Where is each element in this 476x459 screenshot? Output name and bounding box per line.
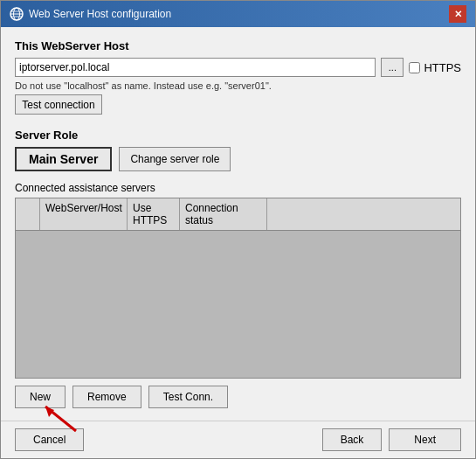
footer-right: Back Next bbox=[322, 428, 461, 451]
back-button[interactable]: Back bbox=[322, 428, 383, 451]
test-connection-button[interactable]: Test connection bbox=[15, 94, 102, 115]
host-input[interactable] bbox=[15, 58, 376, 77]
assistance-servers-table: WebServer/Host Use HTTPS Connection stat… bbox=[15, 198, 461, 379]
close-button[interactable]: ✕ bbox=[449, 5, 466, 23]
table-actions-container: New Remove Test Conn. bbox=[15, 379, 461, 408]
dialog-window: Web Server Host configuration ✕ This Web… bbox=[0, 0, 476, 459]
table-body bbox=[16, 231, 460, 353]
https-label: HTTPS bbox=[424, 61, 461, 74]
server-role-label: Server Role bbox=[15, 129, 461, 142]
footer-left: Cancel bbox=[15, 428, 84, 451]
server-role-section: Server Role Main Server Change server ro… bbox=[15, 129, 461, 171]
dialog-content: This WebServer Host ... HTTPS Do not use… bbox=[1, 27, 475, 421]
change-server-role-button[interactable]: Change server role bbox=[119, 147, 231, 171]
webserver-host-section: This WebServer Host ... HTTPS Do not use… bbox=[15, 39, 461, 115]
remove-button[interactable]: Remove bbox=[72, 386, 141, 408]
hint-text: Do not use "localhost" as name. Instead … bbox=[15, 80, 461, 91]
host-input-row: ... HTTPS bbox=[15, 58, 461, 77]
title-bar-left: Web Server Host configuration bbox=[10, 7, 171, 21]
next-button[interactable]: Next bbox=[389, 428, 461, 451]
connected-assistance-section: Connected assistance servers WebServer/H… bbox=[15, 182, 461, 408]
col-header-status: Connection status bbox=[180, 198, 267, 230]
col-header-check bbox=[16, 198, 40, 230]
globe-icon bbox=[10, 7, 24, 21]
col-header-https: Use HTTPS bbox=[128, 198, 180, 230]
dialog-title: Web Server Host configuration bbox=[29, 8, 171, 20]
title-bar: Web Server Host configuration ✕ bbox=[1, 1, 475, 27]
new-button[interactable]: New bbox=[15, 386, 66, 408]
col-header-host: WebServer/Host bbox=[40, 198, 128, 230]
https-checkbox[interactable] bbox=[409, 62, 420, 73]
https-row: HTTPS bbox=[409, 61, 461, 74]
table-header: WebServer/Host Use HTTPS Connection stat… bbox=[16, 198, 460, 231]
webserver-host-label: This WebServer Host bbox=[15, 39, 461, 52]
browse-button[interactable]: ... bbox=[381, 58, 404, 77]
connected-assistance-label: Connected assistance servers bbox=[15, 182, 461, 194]
dialog-footer: Cancel Back Next bbox=[1, 421, 475, 458]
server-role-row: Main Server Change server role bbox=[15, 147, 461, 171]
test-conn-button[interactable]: Test Conn. bbox=[148, 386, 228, 408]
main-server-badge: Main Server bbox=[15, 147, 112, 171]
table-actions: New Remove Test Conn. bbox=[15, 386, 461, 408]
cancel-button[interactable]: Cancel bbox=[15, 428, 84, 451]
